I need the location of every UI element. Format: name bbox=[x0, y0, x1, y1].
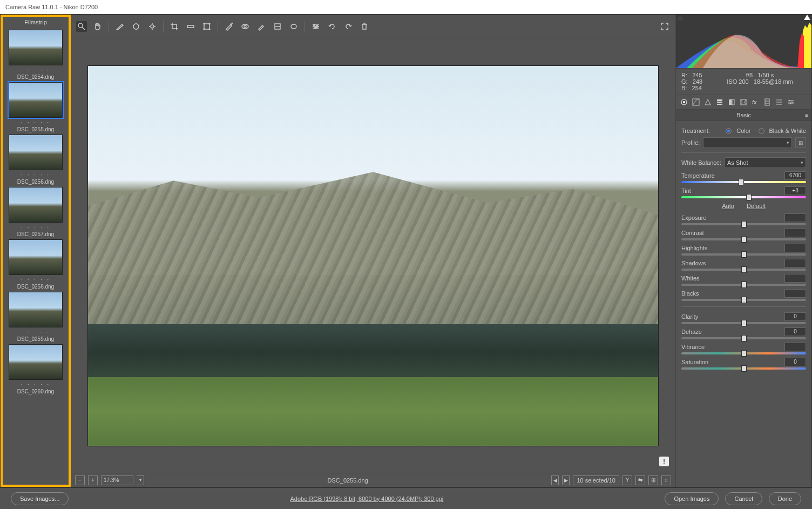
prev-image-button[interactable]: ◀ bbox=[551, 475, 559, 485]
temp-slider[interactable] bbox=[681, 181, 806, 183]
crop-tool-icon[interactable] bbox=[169, 21, 180, 32]
contrast-value[interactable] bbox=[784, 229, 806, 237]
adjustment-brush-tool-icon[interactable] bbox=[256, 21, 267, 32]
radial-filter-tool-icon[interactable] bbox=[288, 21, 299, 32]
spot-removal-tool-icon[interactable] bbox=[224, 21, 234, 32]
tab-calibration-icon[interactable] bbox=[762, 97, 772, 107]
contrast-slider[interactable] bbox=[681, 238, 806, 240]
fullscreen-icon[interactable] bbox=[659, 21, 670, 32]
tab-basic-icon[interactable] bbox=[679, 97, 689, 107]
filmstrip-thumb[interactable]: · · · · ·DSC_0254.dng bbox=[6, 30, 65, 80]
tab-curve-icon[interactable] bbox=[691, 97, 701, 107]
zoom-out-button[interactable]: − bbox=[75, 475, 85, 485]
blacks-value[interactable] bbox=[784, 289, 806, 298]
highlights-value[interactable] bbox=[784, 244, 806, 252]
temp-value[interactable]: 6700 bbox=[784, 171, 806, 180]
shadows-slider[interactable] bbox=[681, 269, 806, 271]
exposure-value[interactable] bbox=[784, 213, 806, 222]
filmstrip-thumb[interactable]: · · · · ·DSC_0256.dng bbox=[6, 135, 65, 185]
image-preview[interactable]: ! bbox=[74, 42, 672, 470]
vibrance-slider[interactable] bbox=[681, 352, 806, 354]
filmstrip-thumb[interactable]: · · · · ·DSC_0255.dng bbox=[6, 82, 65, 132]
vibrance-value[interactable] bbox=[784, 343, 806, 351]
rotate-ccw-icon[interactable] bbox=[327, 21, 337, 32]
clarity-value[interactable]: 0 bbox=[784, 312, 806, 321]
shadow-clip-icon[interactable] bbox=[677, 15, 684, 20]
red-eye-tool-icon[interactable] bbox=[240, 21, 251, 32]
targeted-adjust-tool-icon[interactable] bbox=[147, 21, 158, 32]
default-link[interactable]: Default bbox=[747, 203, 766, 209]
transform-tool-icon[interactable] bbox=[201, 21, 212, 32]
rating-dots[interactable]: · · · · · bbox=[21, 224, 51, 230]
profile-select[interactable] bbox=[703, 137, 792, 148]
saturation-value[interactable]: 0 bbox=[784, 358, 806, 366]
preferences-icon[interactable] bbox=[310, 21, 321, 32]
before-after-icon[interactable]: Y bbox=[622, 475, 632, 485]
treatment-color-radio[interactable] bbox=[726, 128, 732, 134]
workflow-options-link[interactable]: Adobe RGB (1998); 8 bit; 6000 by 4000 (2… bbox=[290, 495, 444, 502]
whites-slider[interactable] bbox=[681, 284, 806, 286]
filmstrip-thumb[interactable]: · · · · ·DSC_0259.dng bbox=[6, 292, 65, 342]
rating-dots[interactable]: · · · · · bbox=[21, 276, 51, 283]
rating-dots[interactable]: · · · · · bbox=[21, 329, 51, 335]
tab-detail-icon[interactable] bbox=[703, 97, 713, 107]
wb-select[interactable]: As Shot bbox=[725, 157, 806, 168]
cancel-button[interactable]: Cancel bbox=[725, 492, 762, 505]
straighten-tool-icon[interactable] bbox=[185, 21, 196, 32]
rating-dots[interactable]: · · · · · bbox=[21, 381, 51, 387]
highlight-clip-icon[interactable] bbox=[804, 15, 810, 20]
auto-link[interactable]: Auto bbox=[722, 203, 734, 209]
tab-hsl-icon[interactable] bbox=[715, 97, 725, 107]
whites-value[interactable] bbox=[784, 274, 806, 283]
filmstrip-thumb[interactable]: · · · · ·DSC_0260.dng bbox=[6, 344, 65, 394]
shadows-value[interactable] bbox=[784, 259, 806, 267]
trash-icon[interactable] bbox=[359, 21, 370, 32]
zoom-in-button[interactable]: + bbox=[88, 475, 98, 485]
tab-fx-icon[interactable]: fx bbox=[750, 97, 760, 107]
dehaze-value[interactable]: 0 bbox=[784, 327, 806, 336]
white-balance-tool-icon[interactable] bbox=[114, 21, 125, 32]
view-options-icon[interactable]: ≡ bbox=[661, 475, 671, 485]
dehaze-slider[interactable] bbox=[681, 337, 806, 339]
tint-value[interactable]: +8 bbox=[784, 186, 806, 195]
zoom-tool-icon[interactable] bbox=[76, 21, 87, 32]
saturation-slider[interactable] bbox=[681, 367, 806, 370]
next-image-button[interactable]: ▶ bbox=[562, 475, 570, 485]
tab-lens-icon[interactable] bbox=[739, 97, 748, 107]
save-images-button[interactable]: Save Images... bbox=[11, 492, 69, 505]
svg-rect-31 bbox=[729, 99, 732, 105]
tint-label: Tint bbox=[681, 187, 691, 194]
zoom-level[interactable]: 17.3% bbox=[101, 475, 133, 485]
done-button[interactable]: Done bbox=[769, 492, 801, 505]
tab-presets-icon[interactable] bbox=[774, 97, 784, 107]
rating-dots[interactable]: · · · · · bbox=[21, 66, 51, 73]
svg-rect-6 bbox=[187, 25, 194, 28]
filmstrip-thumb[interactable]: · · · · ·DSC_0257.dng bbox=[6, 187, 65, 237]
tab-snapshots-icon[interactable] bbox=[786, 97, 796, 107]
clarity-slider[interactable] bbox=[681, 322, 806, 324]
rating-dots[interactable]: · · · · · bbox=[21, 171, 51, 178]
blacks-slider[interactable] bbox=[681, 299, 806, 301]
highlights-slider[interactable] bbox=[681, 253, 806, 256]
rating-dots[interactable]: · · · · · bbox=[21, 119, 51, 125]
right-panel: R: 245 G: 248 B: 254 f/8 1/50 s ISO 200 … bbox=[675, 15, 811, 487]
rotate-cw-icon[interactable] bbox=[343, 21, 354, 32]
color-sampler-tool-icon[interactable] bbox=[131, 21, 141, 32]
warning-icon[interactable]: ! bbox=[659, 457, 669, 466]
swap-icon[interactable]: ⇆ bbox=[635, 475, 645, 485]
histogram[interactable] bbox=[676, 15, 811, 69]
zoom-menu-icon[interactable]: ▾ bbox=[137, 475, 144, 485]
hand-tool-icon[interactable] bbox=[92, 21, 103, 32]
toolbar bbox=[71, 15, 675, 38]
treatment-label: Treatment: bbox=[681, 128, 710, 134]
copy-settings-icon[interactable]: ⊞ bbox=[648, 475, 658, 485]
open-images-button[interactable]: Open Images bbox=[665, 492, 719, 505]
profile-browser-icon[interactable]: ⊞ bbox=[795, 137, 806, 148]
filmstrip-thumb[interactable]: · · · · ·DSC_0258.dng bbox=[6, 239, 65, 290]
tint-slider[interactable] bbox=[681, 196, 806, 198]
graduated-filter-tool-icon[interactable] bbox=[272, 21, 283, 32]
panel-menu-icon[interactable]: ≡ bbox=[805, 112, 808, 118]
tab-split-icon[interactable] bbox=[727, 97, 736, 107]
treatment-bw-radio[interactable] bbox=[759, 128, 764, 134]
exposure-slider[interactable] bbox=[681, 223, 806, 225]
